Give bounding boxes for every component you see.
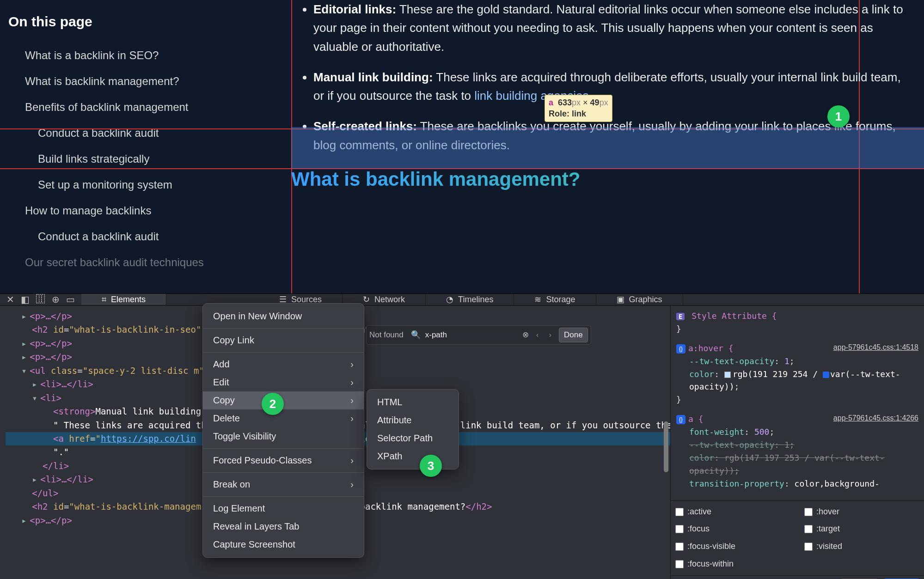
styles-filter-row: ＋ ⌕ Classes Pseudo xyxy=(671,575,924,579)
pseudo-toggle[interactable]: :focus-within xyxy=(675,558,790,571)
search-icon: 🔍 xyxy=(411,329,421,341)
pseudo-toggle[interactable]: :visited xyxy=(804,540,919,553)
clear-icon[interactable]: ⊗ xyxy=(522,329,529,341)
tooltip-role: Role: link xyxy=(549,108,608,119)
context-submenu-copy: HTML Attribute Selector Path XPath xyxy=(367,389,459,469)
var-icon[interactable] xyxy=(823,372,829,378)
devtools-tabbar: ✕ ◧ ⿲ ⊕ ▭ ⌗Elements ☰Sources ↻Network ◔T… xyxy=(0,293,924,305)
device-icon[interactable]: ▭ xyxy=(66,294,75,305)
page-content: On this page What is a backlink in SEO? … xyxy=(0,0,924,293)
pseudo-toggle[interactable]: :focus xyxy=(675,523,790,536)
style-rule[interactable]: {}a {app-57961c45.css:1:4266 font-weight… xyxy=(676,413,918,490)
ctx-copy-link[interactable]: Copy Link xyxy=(203,331,364,349)
styles-panel: E Style Attribute { } {}a:hover {app-579… xyxy=(670,306,924,579)
find-status: Not found xyxy=(369,329,404,341)
ctx-break-on[interactable]: Break on› xyxy=(203,475,364,494)
ctx-capture-screenshot[interactable]: Capture Screenshot xyxy=(203,536,364,554)
pseudo-toggle[interactable]: :target xyxy=(804,523,919,536)
style-source-link[interactable]: app-57961c45.css:1:4518 xyxy=(833,342,918,355)
ctx-open-new-window[interactable]: Open in New Window xyxy=(203,307,364,325)
pseudo-toggle[interactable]: :focus-visible xyxy=(675,540,790,553)
toc-list: What is a backlink in SEO? What is backl… xyxy=(8,43,283,275)
dock-bottom-icon[interactable]: ⿲ xyxy=(36,294,45,305)
find-done-button[interactable]: Done xyxy=(559,328,588,342)
style-source-link[interactable]: app-57961c45.css:1:4266 xyxy=(833,413,918,426)
devtools-body: Not found 🔍 ⊗ ‹ › Done ▸<p>…</p> <h2 id=… xyxy=(0,306,924,579)
table-of-contents: On this page What is a backlink in SEO? … xyxy=(0,0,291,293)
toc-item[interactable]: Conduct a backlink audit xyxy=(8,120,283,146)
close-panel-icon[interactable]: ✕ xyxy=(6,294,14,305)
article-body: Editorial links: These are the gold stan… xyxy=(291,0,924,293)
graphics-icon: ▣ xyxy=(617,294,624,305)
tooltip-tagname: a xyxy=(549,98,553,107)
chevron-right-icon: › xyxy=(350,455,354,466)
tooltip-dimensions: 633px × 49px xyxy=(558,98,608,107)
toc-item[interactable]: Conduct a backlink audit xyxy=(8,224,283,250)
toc-item[interactable]: Benefits of backlink management xyxy=(8,94,283,120)
network-icon: ↻ xyxy=(363,294,370,305)
toc-heading: On this page xyxy=(8,14,283,30)
chevron-right-icon: › xyxy=(350,395,354,406)
annotation-badge-1: 1 xyxy=(827,105,850,128)
ctx-add[interactable]: Add› xyxy=(203,355,364,373)
tab-elements[interactable]: ⌗Elements xyxy=(81,294,166,305)
style-rule[interactable]: {}a:hover {app-57961c45.css:1:4518 --tw-… xyxy=(676,342,918,406)
dom-find-bar: Not found 🔍 ⊗ ‹ › Done xyxy=(366,325,591,345)
ctx-copy-selector-path[interactable]: Selector Path xyxy=(367,429,459,447)
pseudo-class-toggles: :active :hover :focus :target :focus-vis… xyxy=(671,500,924,576)
list-item: Editorial links: These are the gold stan… xyxy=(313,0,910,56)
pseudo-toggle[interactable]: :active xyxy=(675,506,790,518)
ctx-reveal-layers[interactable]: Reveal in Layers Tab xyxy=(203,518,364,536)
scrollbar-thumb[interactable] xyxy=(664,421,668,472)
devtools: ✕ ◧ ⿲ ⊕ ▭ ⌗Elements ☰Sources ↻Network ◔T… xyxy=(0,293,924,579)
ctx-log-element[interactable]: Log Element xyxy=(203,500,364,518)
inspector-tooltip: a 633px × 49px Role: link xyxy=(545,95,612,122)
color-swatch[interactable] xyxy=(724,372,731,378)
toc-item[interactable]: Our secret backlink audit techniques xyxy=(8,250,283,275)
annotation-badge-2: 2 xyxy=(262,393,284,415)
ctx-copy-html[interactable]: HTML xyxy=(367,393,459,411)
context-menu: Open in New Window Copy Link Add› Edit› … xyxy=(202,303,364,558)
tab-timelines[interactable]: ◔Timelines xyxy=(426,294,514,305)
target-icon[interactable]: ⊕ xyxy=(52,294,60,305)
find-next[interactable]: › xyxy=(546,329,554,341)
chevron-right-icon: › xyxy=(350,359,354,370)
pseudo-toggle[interactable]: :hover xyxy=(804,506,919,518)
ctx-copy-xpath[interactable]: XPath xyxy=(367,447,459,465)
tab-storage[interactable]: ≋Storage xyxy=(514,294,596,305)
timelines-icon: ◔ xyxy=(446,294,453,305)
find-input[interactable] xyxy=(425,330,518,340)
ctx-delete[interactable]: Delete› xyxy=(203,409,364,427)
style-rule[interactable]: E Style Attribute { } xyxy=(676,310,918,335)
ctx-toggle-visibility[interactable]: Toggle Visibility xyxy=(203,427,364,445)
tab-graphics[interactable]: ▣Graphics xyxy=(596,294,683,305)
chevron-right-icon: › xyxy=(350,479,354,490)
ctx-forced-pseudo[interactable]: Forced Pseudo-Classes› xyxy=(203,451,364,469)
find-prev[interactable]: ‹ xyxy=(533,329,542,341)
storage-icon: ≋ xyxy=(534,294,541,305)
list-item-label: Manual link building: xyxy=(313,70,433,84)
toc-item[interactable]: What is backlink management? xyxy=(8,68,283,94)
chevron-right-icon: › xyxy=(350,377,354,388)
inspector-highlight xyxy=(291,127,924,169)
list-item-label: Editorial links: xyxy=(313,2,396,16)
toc-item[interactable]: Set up a monitoring system xyxy=(8,172,283,198)
toc-item[interactable]: What is a backlink in SEO? xyxy=(8,43,283,68)
ctx-edit[interactable]: Edit› xyxy=(203,373,364,391)
devtools-toolbar-icons: ✕ ◧ ⿲ ⊕ ▭ xyxy=(0,294,81,305)
elements-icon: ⌗ xyxy=(102,295,106,305)
dock-side-icon[interactable]: ◧ xyxy=(21,294,30,305)
annotation-badge-3: 3 xyxy=(420,455,442,477)
chevron-right-icon: › xyxy=(350,413,354,424)
list-item-text: These are the gold standard. Natural edi… xyxy=(313,2,903,54)
ctx-copy-attribute[interactable]: Attribute xyxy=(367,411,459,429)
article-heading: What is backlink management? xyxy=(291,168,910,190)
toc-item[interactable]: How to manage backlinks xyxy=(8,198,283,224)
